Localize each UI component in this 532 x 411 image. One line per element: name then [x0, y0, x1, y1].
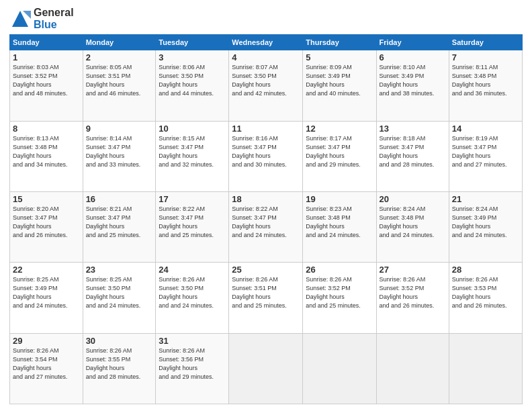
calendar-week-4: 22Sunrise: 8:25 AMSunset: 3:49 PMDayligh… — [10, 263, 523, 333]
calendar-day-10: 10Sunrise: 8:15 AMSunset: 3:47 PMDayligh… — [156, 121, 229, 191]
calendar-day-4: 4Sunrise: 8:07 AMSunset: 3:50 PMDaylight… — [229, 50, 303, 121]
day-number: 18 — [232, 194, 300, 204]
calendar-day-19: 19Sunrise: 8:23 AMSunset: 3:48 PMDayligh… — [303, 191, 376, 262]
day-info: Sunrise: 8:26 AMSunset: 3:52 PMDaylight … — [306, 275, 373, 310]
day-number: 11 — [232, 124, 300, 134]
day-info: Sunrise: 8:03 AMSunset: 3:52 PMDaylight … — [13, 63, 80, 98]
day-number: 31 — [159, 336, 226, 346]
calendar-day-30: 30Sunrise: 8:26 AMSunset: 3:55 PMDayligh… — [83, 333, 156, 404]
day-info: Sunrise: 8:26 AMSunset: 3:52 PMDaylight … — [380, 275, 446, 310]
day-number: 8 — [13, 124, 80, 134]
calendar-header-saturday: Saturday — [449, 35, 522, 50]
day-number: 28 — [452, 265, 519, 275]
day-info: Sunrise: 8:26 AMSunset: 3:51 PMDaylight … — [232, 275, 300, 310]
day-number: 7 — [452, 52, 519, 62]
day-number: 13 — [380, 124, 446, 134]
day-number: 23 — [86, 265, 153, 275]
svg-marker-1 — [23, 11, 31, 19]
day-info: Sunrise: 8:26 AMSunset: 3:50 PMDaylight … — [159, 275, 226, 310]
calendar-day-16: 16Sunrise: 8:21 AMSunset: 3:47 PMDayligh… — [83, 191, 156, 262]
day-number: 6 — [380, 52, 446, 62]
day-number: 26 — [306, 265, 373, 275]
calendar-header-tuesday: Tuesday — [156, 35, 229, 50]
logo: General Blue — [9, 7, 74, 30]
day-info: Sunrise: 8:24 AMSunset: 3:49 PMDaylight … — [452, 205, 519, 240]
empty-cell — [229, 333, 303, 404]
calendar-table: SundayMondayTuesdayWednesdayThursdayFrid… — [9, 34, 523, 404]
day-number: 29 — [13, 336, 80, 346]
day-info: Sunrise: 8:20 AMSunset: 3:47 PMDaylight … — [13, 205, 80, 240]
day-number: 5 — [306, 52, 373, 62]
day-info: Sunrise: 8:17 AMSunset: 3:47 PMDaylight … — [306, 134, 373, 169]
calendar-header-thursday: Thursday — [303, 35, 376, 50]
calendar-day-15: 15Sunrise: 8:20 AMSunset: 3:47 PMDayligh… — [10, 191, 83, 262]
day-number: 21 — [452, 194, 519, 204]
calendar-day-12: 12Sunrise: 8:17 AMSunset: 3:47 PMDayligh… — [303, 121, 376, 191]
calendar-day-24: 24Sunrise: 8:26 AMSunset: 3:50 PMDayligh… — [156, 263, 229, 333]
day-number: 10 — [159, 124, 226, 134]
calendar-day-21: 21Sunrise: 8:24 AMSunset: 3:49 PMDayligh… — [449, 191, 522, 262]
calendar-day-20: 20Sunrise: 8:24 AMSunset: 3:48 PMDayligh… — [376, 191, 449, 262]
day-number: 4 — [232, 52, 300, 62]
calendar-day-25: 25Sunrise: 8:26 AMSunset: 3:51 PMDayligh… — [229, 263, 303, 333]
day-number: 16 — [86, 194, 153, 204]
day-info: Sunrise: 8:05 AMSunset: 3:51 PMDaylight … — [86, 63, 153, 98]
day-info: Sunrise: 8:25 AMSunset: 3:49 PMDaylight … — [13, 275, 80, 310]
logo-icon — [9, 8, 31, 30]
day-info: Sunrise: 8:19 AMSunset: 3:47 PMDaylight … — [452, 134, 519, 169]
header: General Blue — [9, 7, 523, 30]
calendar-day-6: 6Sunrise: 8:10 AMSunset: 3:49 PMDaylight… — [376, 50, 449, 121]
calendar-day-7: 7Sunrise: 8:11 AMSunset: 3:48 PMDaylight… — [449, 50, 522, 121]
day-info: Sunrise: 8:10 AMSunset: 3:49 PMDaylight … — [380, 63, 446, 98]
day-info: Sunrise: 8:26 AMSunset: 3:54 PMDaylight … — [13, 347, 80, 381]
day-number: 19 — [306, 194, 373, 204]
calendar-day-28: 28Sunrise: 8:26 AMSunset: 3:53 PMDayligh… — [449, 263, 522, 333]
calendar-day-8: 8Sunrise: 8:13 AMSunset: 3:48 PMDaylight… — [10, 121, 83, 191]
calendar-day-3: 3Sunrise: 8:06 AMSunset: 3:50 PMDaylight… — [156, 50, 229, 121]
day-info: Sunrise: 8:23 AMSunset: 3:48 PMDaylight … — [306, 205, 373, 240]
day-info: Sunrise: 8:25 AMSunset: 3:50 PMDaylight … — [86, 275, 153, 310]
empty-cell — [303, 333, 376, 404]
day-number: 30 — [86, 336, 153, 346]
calendar-week-1: 1Sunrise: 8:03 AMSunset: 3:52 PMDaylight… — [10, 50, 523, 121]
calendar-day-23: 23Sunrise: 8:25 AMSunset: 3:50 PMDayligh… — [83, 263, 156, 333]
calendar-header-monday: Monday — [83, 35, 156, 50]
calendar-day-5: 5Sunrise: 8:09 AMSunset: 3:49 PMDaylight… — [303, 50, 376, 121]
day-info: Sunrise: 8:06 AMSunset: 3:50 PMDaylight … — [159, 63, 226, 98]
day-info: Sunrise: 8:26 AMSunset: 3:55 PMDaylight … — [86, 347, 153, 381]
day-number: 2 — [86, 52, 153, 62]
calendar-header-friday: Friday — [376, 35, 449, 50]
day-info: Sunrise: 8:14 AMSunset: 3:47 PMDaylight … — [86, 134, 153, 169]
calendar-day-9: 9Sunrise: 8:14 AMSunset: 3:47 PMDaylight… — [83, 121, 156, 191]
calendar-header-sunday: Sunday — [10, 35, 83, 50]
day-info: Sunrise: 8:24 AMSunset: 3:48 PMDaylight … — [380, 205, 446, 240]
calendar-day-1: 1Sunrise: 8:03 AMSunset: 3:52 PMDaylight… — [10, 50, 83, 121]
day-number: 1 — [13, 52, 80, 62]
day-info: Sunrise: 8:16 AMSunset: 3:47 PMDaylight … — [232, 134, 300, 169]
calendar-week-3: 15Sunrise: 8:20 AMSunset: 3:47 PMDayligh… — [10, 191, 523, 262]
calendar-day-29: 29Sunrise: 8:26 AMSunset: 3:54 PMDayligh… — [10, 333, 83, 404]
calendar-day-27: 27Sunrise: 8:26 AMSunset: 3:52 PMDayligh… — [376, 263, 449, 333]
day-info: Sunrise: 8:13 AMSunset: 3:48 PMDaylight … — [13, 134, 80, 169]
calendar-week-5: 29Sunrise: 8:26 AMSunset: 3:54 PMDayligh… — [10, 333, 523, 404]
day-number: 12 — [306, 124, 373, 134]
day-info: Sunrise: 8:09 AMSunset: 3:49 PMDaylight … — [306, 63, 373, 98]
calendar-day-17: 17Sunrise: 8:22 AMSunset: 3:47 PMDayligh… — [156, 191, 229, 262]
day-info: Sunrise: 8:15 AMSunset: 3:47 PMDaylight … — [159, 134, 226, 169]
calendar-day-18: 18Sunrise: 8:22 AMSunset: 3:47 PMDayligh… — [229, 191, 303, 262]
calendar-day-13: 13Sunrise: 8:18 AMSunset: 3:47 PMDayligh… — [376, 121, 449, 191]
calendar-day-31: 31Sunrise: 8:26 AMSunset: 3:56 PMDayligh… — [156, 333, 229, 404]
day-info: Sunrise: 8:18 AMSunset: 3:47 PMDaylight … — [380, 134, 446, 169]
empty-cell — [449, 333, 522, 404]
day-info: Sunrise: 8:26 AMSunset: 3:56 PMDaylight … — [159, 347, 226, 381]
calendar-day-22: 22Sunrise: 8:25 AMSunset: 3:49 PMDayligh… — [10, 263, 83, 333]
calendar-day-2: 2Sunrise: 8:05 AMSunset: 3:51 PMDaylight… — [83, 50, 156, 121]
calendar-day-26: 26Sunrise: 8:26 AMSunset: 3:52 PMDayligh… — [303, 263, 376, 333]
day-number: 3 — [159, 52, 226, 62]
calendar-day-11: 11Sunrise: 8:16 AMSunset: 3:47 PMDayligh… — [229, 121, 303, 191]
page: General Blue SundayMondayTuesdayWednesda… — [0, 0, 532, 411]
day-number: 15 — [13, 194, 80, 204]
calendar-header-row: SundayMondayTuesdayWednesdayThursdayFrid… — [10, 35, 523, 50]
day-number: 9 — [86, 124, 153, 134]
day-number: 24 — [159, 265, 226, 275]
